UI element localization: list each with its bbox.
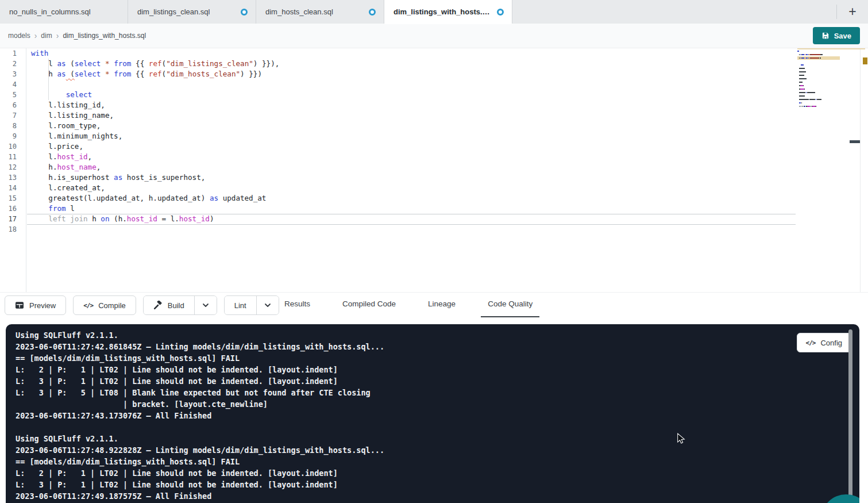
code-token: from xyxy=(114,59,131,68)
minimap-seg xyxy=(799,68,805,69)
code-line: l.listing_name, xyxy=(27,110,803,121)
build-dropdown-button[interactable] xyxy=(194,296,217,314)
line-number: 9 xyxy=(0,131,26,141)
code-token: host_is_superhost, xyxy=(122,173,205,182)
line-number: 4 xyxy=(0,79,26,90)
code-token: ( xyxy=(66,59,75,68)
preview-button[interactable]: Preview xyxy=(5,295,66,315)
code-token: as xyxy=(114,173,122,182)
minimap-seg xyxy=(797,51,799,52)
code-editor[interactable]: 123456789101112131415161718 with l as (s… xyxy=(0,48,868,292)
save-button[interactable]: Save xyxy=(813,27,860,44)
file-tab-dim-listings-with-hosts-sql[interactable]: dim_listings_with_hosts.sql xyxy=(384,0,512,24)
file-tabs: no_nulls_in_columns.sqldim_listings_clea… xyxy=(0,0,512,24)
config-button[interactable]: </> Config xyxy=(797,333,851,352)
code-line: l.listing_id, xyxy=(27,100,803,110)
breadcrumb-item-models[interactable]: models xyxy=(8,32,30,40)
lint-dropdown-button[interactable] xyxy=(256,296,279,314)
breadcrumb: models›dim›dim_listings_with_hosts.sql xyxy=(8,32,146,40)
lint-split-button: Lint xyxy=(224,295,279,315)
build-button-label: Build xyxy=(168,301,184,310)
indent-guide xyxy=(48,59,49,100)
file-tab-no-nulls-in-columns-sql[interactable]: no_nulls_in_columns.sql xyxy=(0,0,128,24)
code-token: h xyxy=(88,214,101,223)
code-token: ref xyxy=(149,59,162,68)
line-number: 16 xyxy=(0,203,26,214)
panel-tab-label: Lineage xyxy=(428,300,456,308)
code-token: updated_at xyxy=(218,194,266,202)
breadcrumb-chevron-icon: › xyxy=(34,32,37,40)
minimap-seg xyxy=(799,71,806,72)
panel-tab-code-quality[interactable]: Code Quality xyxy=(481,293,539,318)
breadcrumb-item-dim-listings-with-hosts-sql[interactable]: dim_listings_with_hosts.sql xyxy=(63,32,146,40)
code-token: {{ xyxy=(131,70,148,78)
compile-button[interactable]: </>Compile xyxy=(73,295,136,315)
file-tab-bar: no_nulls_in_columns.sqldim_listings_clea… xyxy=(0,0,868,24)
line-number: 5 xyxy=(0,90,26,100)
code-line: select xyxy=(27,90,803,100)
code-token: l.minimum_nights, xyxy=(31,132,122,140)
save-icon xyxy=(821,32,830,40)
code-token: as xyxy=(57,59,66,68)
line-number-gutter: 123456789101112131415161718 xyxy=(0,48,26,292)
unsaved-dot-icon xyxy=(369,9,376,16)
overview-ruler-divider xyxy=(860,48,861,292)
minimap-seg xyxy=(821,54,823,55)
line-number: 3 xyxy=(0,69,26,79)
line-number: 14 xyxy=(0,183,26,193)
code-line xyxy=(27,224,803,235)
minimap[interactable] xyxy=(797,49,840,113)
code-token: l.room_type, xyxy=(31,121,101,130)
minimap-seg xyxy=(803,85,804,86)
code-line: l.created_at, xyxy=(27,183,803,193)
panel-tab-results[interactable]: Results xyxy=(277,293,317,318)
code-area[interactable]: with l as (select * from {{ ref("dim_lis… xyxy=(27,48,803,292)
breadcrumb-bar: models›dim›dim_listings_with_hosts.sql S… xyxy=(0,24,868,48)
code-token: h xyxy=(31,70,57,78)
unsaved-dot-icon xyxy=(497,9,504,16)
code-token xyxy=(31,204,48,213)
code-token: * xyxy=(105,59,110,68)
panel-tab-lineage[interactable]: Lineage xyxy=(421,293,462,318)
code-line xyxy=(27,79,803,90)
lint-button-label: Lint xyxy=(234,301,246,310)
code-token: ref xyxy=(149,70,162,78)
minimap-seg xyxy=(801,102,802,103)
minimap-seg xyxy=(811,54,820,55)
code-token: {{ xyxy=(131,59,148,68)
breadcrumb-item-dim[interactable]: dim xyxy=(41,32,52,40)
code-token xyxy=(101,70,105,78)
code-line: with xyxy=(27,48,803,59)
panel-tab-compiled-code[interactable]: Compiled Code xyxy=(335,293,403,318)
code-token: host_id xyxy=(127,214,157,223)
code-token: host_id xyxy=(179,214,210,223)
minimap-seg xyxy=(811,57,819,59)
minimap-seg xyxy=(807,92,815,93)
build-button[interactable]: Build xyxy=(144,296,194,314)
new-tab-button[interactable]: + xyxy=(837,0,868,24)
line-number: 1 xyxy=(0,48,26,59)
minimap-seg xyxy=(799,75,804,76)
code-token: as xyxy=(210,194,218,202)
hammer-icon xyxy=(153,301,163,310)
minimap-viewport-marker xyxy=(797,48,865,49)
panel-tab-label: Results xyxy=(284,300,310,308)
lint-button[interactable]: Lint xyxy=(225,296,256,314)
minimap-seg xyxy=(799,92,805,93)
code-icon: </> xyxy=(806,339,816,347)
terminal-scrollbar[interactable] xyxy=(848,329,852,503)
line-number: 13 xyxy=(0,172,26,183)
line-number: 17 xyxy=(0,214,26,224)
minimap-seg xyxy=(804,89,805,90)
file-tab-dim-hosts-clean-sql[interactable]: dim_hosts_clean.sql xyxy=(256,0,384,24)
file-tab-label: dim_listings_with_hosts.sql xyxy=(394,7,492,16)
save-button-label: Save xyxy=(834,32,851,40)
code-icon: </> xyxy=(83,302,93,309)
breadcrumb-chevron-icon: › xyxy=(56,32,59,40)
file-tab-label: dim_listings_clean.sql xyxy=(137,7,210,16)
help-bubble-button[interactable] xyxy=(821,494,859,503)
code-token xyxy=(101,59,105,68)
file-tab-dim-listings-clean-sql[interactable]: dim_listings_clean.sql xyxy=(128,0,256,24)
terminal-panel: Using SQLFluff v2.1.1. 2023-06-06T11:27:… xyxy=(0,317,868,503)
unsaved-dot-icon xyxy=(241,9,248,16)
